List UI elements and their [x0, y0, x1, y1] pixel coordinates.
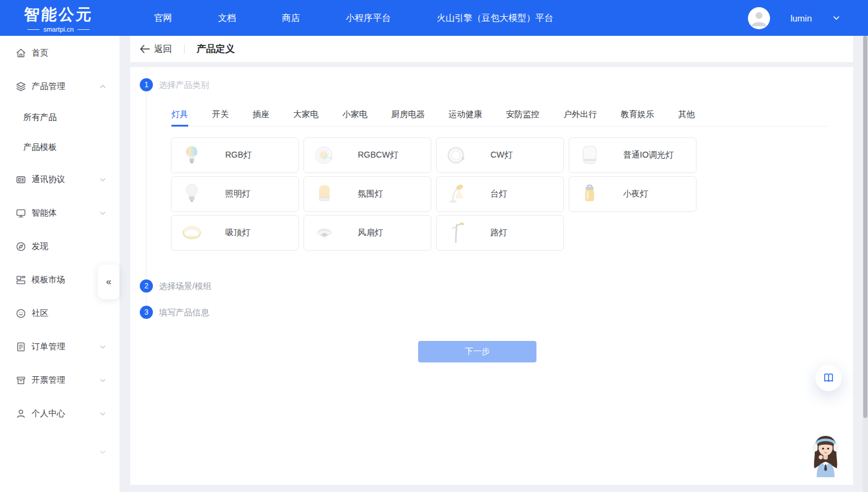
sidebar-item-label: 首页: [32, 48, 48, 59]
product-card-night-lamp[interactable]: 小夜灯: [569, 176, 697, 212]
smiley-icon: [16, 308, 26, 319]
tab-small-appliance[interactable]: 小家电: [342, 109, 367, 126]
product-card-label: RGB灯: [225, 150, 251, 161]
home-icon: [16, 48, 26, 59]
product-card-label: 风扇灯: [358, 227, 383, 238]
top-nav: 官网 文档 商店 小程序平台 火山引擎（豆包大模型）平台: [154, 0, 553, 36]
sidebar-scroll-indicator[interactable]: [0, 442, 119, 462]
username[interactable]: lumin: [790, 13, 812, 23]
product-definition-panel: 1 选择产品类别 灯具 开关 插座 大家电 小家电 厨房电器 运动健康 安防监控…: [130, 67, 853, 485]
compass-icon: [16, 241, 26, 252]
product-card-io-dimmer-lamp[interactable]: 普通IO调光灯: [569, 137, 697, 173]
street-lamp-icon: [444, 220, 470, 246]
back-button[interactable]: 返回: [140, 44, 172, 55]
sidebar-item-label: 社区: [32, 308, 48, 319]
nav-miniprogram-platform[interactable]: 小程序平台: [346, 13, 391, 24]
night-lamp-icon: [576, 181, 603, 207]
user-menu-chevron-down-icon[interactable]: [832, 14, 841, 22]
product-card-fan-lamp[interactable]: 风扇灯: [303, 215, 431, 251]
tab-lighting[interactable]: 灯具: [171, 109, 188, 127]
product-card-rgb-lamp[interactable]: RGB灯: [171, 137, 299, 173]
sidebar-item-product-management[interactable]: 产品管理: [0, 76, 119, 97]
product-card-cw-lamp[interactable]: CW灯: [436, 137, 564, 173]
topbar: 智能公元 smartpi.cn 官网 文档 商店 小程序平台 火山引擎（豆包大模…: [0, 0, 868, 36]
logo-subtitle: smartpi.cn: [24, 26, 93, 33]
sidebar-item-label: 智能体: [32, 208, 57, 219]
order-document-icon: [16, 342, 26, 352]
sidebar-item-label: 模板市场: [32, 275, 65, 285]
sidebar-item-home[interactable]: 首页: [0, 43, 119, 63]
logo[interactable]: 智能公元 smartpi.cn: [24, 4, 93, 33]
sidebar-item-all-products[interactable]: 所有产品: [0, 107, 119, 128]
app-root: 智能公元 smartpi.cn 官网 文档 商店 小程序平台 火山引擎（豆包大模…: [0, 0, 868, 492]
sidebar-item-label: 产品管理: [32, 81, 65, 92]
product-card-ambient-lamp[interactable]: 氛围灯: [303, 176, 431, 212]
user-avatar[interactable]: [748, 7, 770, 29]
tab-security-monitoring[interactable]: 安防监控: [506, 109, 539, 126]
sidebar-item-order-management[interactable]: 订单管理: [0, 337, 119, 357]
chevron-down-icon: [99, 176, 106, 183]
protocol-chip-icon: [16, 174, 26, 185]
tab-other[interactable]: 其他: [678, 109, 695, 126]
tab-socket[interactable]: 插座: [253, 109, 269, 126]
sidebar-item-invoice-management[interactable]: 开票管理: [0, 370, 119, 390]
chevron-down-icon: [99, 377, 106, 384]
sidebar-item-agent[interactable]: 智能体: [0, 203, 119, 223]
invoice-box-icon: [16, 375, 26, 386]
product-card-ceiling-lamp[interactable]: 吸顶灯: [171, 215, 299, 251]
sidebar-item-label: 订单管理: [32, 342, 65, 352]
layout-blocks-icon: [16, 275, 26, 285]
sidebar-item-label: 个人中心: [32, 408, 65, 419]
person-icon: [16, 408, 26, 419]
desk-lamp-icon: [444, 181, 470, 207]
tab-large-appliance[interactable]: 大家电: [293, 109, 318, 126]
chevron-down-icon: [99, 210, 106, 217]
tab-outdoor-travel[interactable]: 户外出行: [563, 109, 597, 126]
collapse-left-double-chevron-icon: «: [106, 276, 112, 287]
step-2-label: 选择场景/模组: [159, 281, 211, 292]
sidebar-item-product-templates[interactable]: 产品模板: [0, 137, 119, 158]
step-1-label: 选择产品类别: [159, 80, 209, 91]
sidebar-item-personal-center[interactable]: 个人中心: [0, 404, 119, 424]
nav-store[interactable]: 商店: [282, 13, 300, 24]
sidebar-item-discover[interactable]: 发现: [0, 236, 119, 257]
arrow-left-icon: [140, 45, 150, 53]
next-step-button[interactable]: 下一步: [418, 341, 536, 362]
chevron-down-icon: [99, 343, 106, 350]
sidebar-item-label: 发现: [32, 241, 48, 252]
step-connector-line: [146, 94, 146, 278]
step-3-number: 3: [145, 308, 149, 316]
step-2-badge: 2: [140, 279, 153, 293]
chevron-up-icon: [99, 83, 106, 90]
product-card-rgbcw-lamp[interactable]: RGBCW灯: [303, 137, 431, 173]
sidebar-item-community[interactable]: 社区: [0, 303, 119, 324]
assistant-avatar[interactable]: [806, 432, 845, 478]
product-card-label: 吸顶灯: [225, 227, 250, 238]
product-card-label: CW灯: [490, 150, 513, 161]
sidebar-collapse-button[interactable]: «: [98, 265, 119, 299]
docs-helper-button[interactable]: [815, 365, 842, 391]
monitor-icon: [16, 208, 26, 219]
tab-switch[interactable]: 开关: [212, 109, 229, 126]
product-card-desk-lamp[interactable]: 台灯: [436, 176, 564, 212]
product-card-label: 台灯: [490, 189, 507, 199]
rgbcw-downlight-icon: [311, 142, 338, 168]
tab-education-entertainment[interactable]: 教育娱乐: [621, 109, 654, 126]
logo-title: 智能公元: [23, 4, 94, 25]
nav-official-site[interactable]: 官网: [154, 13, 172, 24]
product-card-label: 氛围灯: [358, 189, 383, 199]
sidebar-subitem-label: 产品模板: [23, 142, 57, 153]
nav-volcengine-platform[interactable]: 火山引擎（豆包大模型）平台: [437, 13, 553, 24]
sidebar-item-communication-protocol[interactable]: 通讯协议: [0, 170, 119, 190]
chevron-down-icon: [99, 410, 106, 417]
step-connector-line: [146, 294, 146, 306]
product-card-lighting-lamp[interactable]: 照明灯: [171, 176, 299, 212]
tab-kitchen-appliance[interactable]: 厨房电器: [391, 109, 425, 126]
product-card-street-lamp[interactable]: 路灯: [436, 215, 564, 251]
page-scrollbar-thumb[interactable]: [863, 36, 867, 418]
sidebar: 首页 产品管理 所有产品 产品模板 通讯协议 智能体 发现: [0, 36, 119, 492]
tab-sports-health[interactable]: 运动健康: [449, 109, 482, 126]
nav-docs[interactable]: 文档: [218, 13, 236, 24]
step-1-badge: 1: [140, 78, 153, 91]
open-book-icon: [823, 372, 835, 384]
